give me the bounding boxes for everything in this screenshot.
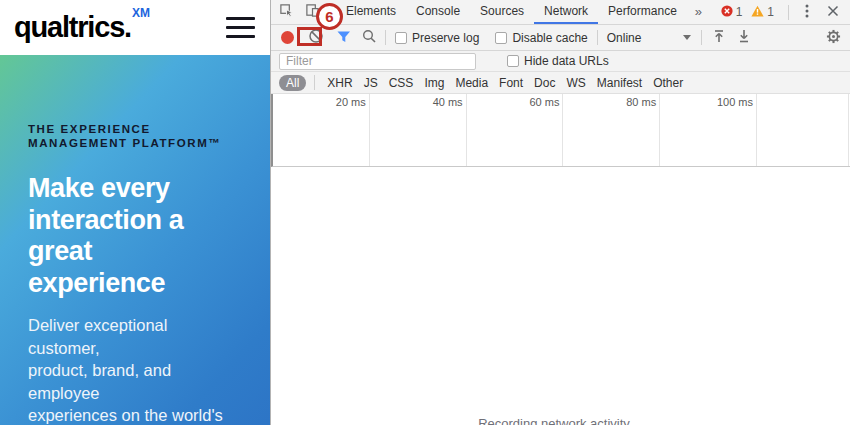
timeline-tick: 40 ms: [370, 94, 467, 166]
divider: [385, 30, 386, 45]
funnel-icon: [337, 30, 351, 46]
preserve-log-label: Preserve log: [412, 31, 479, 45]
hero-heading: Make every interaction a great experienc…: [28, 173, 242, 300]
device-toolbar-button[interactable]: [299, 0, 325, 24]
preserve-log-checkbox[interactable]: Preserve log: [395, 31, 479, 45]
clear-network-log-button[interactable]: [308, 28, 324, 47]
paragraph-line: experiences on the world's #1 XM: [28, 404, 242, 425]
heading-line: Make every: [28, 173, 242, 205]
type-filter-ws[interactable]: WS: [566, 76, 585, 90]
block-clear-icon: [308, 28, 324, 47]
error-count: 1: [736, 5, 743, 19]
error-icon: [721, 5, 733, 20]
upload-arrow-icon: [712, 29, 726, 46]
error-count-badge[interactable]: 1: [721, 5, 743, 20]
paragraph-line: product, brand, and employee: [28, 359, 242, 404]
resource-type-filter-row: All XHR JS CSS Img Media Font Doc WS Man…: [271, 72, 850, 94]
inspect-cursor-icon: [279, 3, 294, 21]
screenshot-root: qualtrics.XM THE EXPERIENCE MANAGEMENT P…: [0, 0, 850, 425]
tab-elements[interactable]: Elements: [336, 0, 406, 24]
export-har-button[interactable]: [737, 29, 751, 46]
type-filter-other[interactable]: Other: [653, 76, 683, 90]
inspect-element-button[interactable]: [273, 0, 299, 24]
throttling-dropdown[interactable]: Online: [607, 31, 692, 45]
hero-paragraph: Deliver exceptional customer, product, b…: [28, 314, 242, 425]
heading-line: interaction a great: [28, 205, 242, 269]
devtools-tabbar: Elements Console Sources Network Perform…: [271, 0, 850, 25]
search-icon: [362, 29, 376, 46]
type-filter-img[interactable]: Img: [424, 76, 444, 90]
qualtrics-site-panel: qualtrics.XM THE EXPERIENCE MANAGEMENT P…: [0, 0, 270, 425]
gear-icon: [826, 29, 841, 47]
timeline-tick-blank: [757, 94, 849, 166]
devtools-menu-button[interactable]: [794, 0, 820, 24]
hide-data-urls-checkbox[interactable]: Hide data URLs: [507, 54, 609, 68]
device-toolbar-icon: [305, 3, 320, 21]
hide-data-urls-label: Hide data URLs: [524, 54, 609, 68]
eyebrow-line: THE EXPERIENCE: [28, 122, 242, 136]
record-network-log-button[interactable]: [281, 31, 294, 44]
download-arrow-icon: [737, 29, 751, 46]
checkbox-box: [507, 55, 519, 67]
checkbox-box: [395, 32, 407, 44]
checkbox-box: [495, 32, 507, 44]
kebab-menu-icon: [805, 4, 809, 21]
hero-section: THE EXPERIENCE MANAGEMENT PLATFORM™ Make…: [0, 55, 270, 425]
type-filter-font[interactable]: Font: [499, 76, 523, 90]
paragraph-line: Deliver exceptional customer,: [28, 314, 242, 359]
close-icon: [827, 5, 839, 20]
more-tabs-button[interactable]: »: [687, 0, 710, 24]
type-filter-css[interactable]: CSS: [389, 76, 414, 90]
filter-toggle-button[interactable]: [337, 30, 351, 46]
divider: [314, 75, 315, 90]
tab-network[interactable]: Network: [534, 0, 598, 24]
divider: [330, 5, 331, 20]
import-har-button[interactable]: [712, 29, 726, 46]
network-filter-row: Hide data URLs: [271, 51, 850, 72]
warning-count: 1: [767, 5, 774, 19]
hamburger-menu-icon[interactable]: [226, 17, 256, 38]
type-filter-doc[interactable]: Doc: [534, 76, 555, 90]
warning-count-badge[interactable]: 1: [751, 5, 774, 20]
eyebrow-heading: THE EXPERIENCE MANAGEMENT PLATFORM™: [28, 122, 242, 151]
timeline-tick: 20 ms: [273, 94, 370, 166]
disable-cache-checkbox[interactable]: Disable cache: [495, 31, 587, 45]
recording-status-message: Recording network activity…: [271, 416, 850, 425]
type-filter-manifest[interactable]: Manifest: [597, 76, 642, 90]
logo-xm-superscript: XM: [132, 6, 150, 20]
type-filter-media[interactable]: Media: [455, 76, 488, 90]
logo-text: qualtrics.: [14, 11, 131, 43]
type-filter-all[interactable]: All: [279, 75, 306, 91]
throttling-value: Online: [607, 31, 642, 45]
network-toolbar: Preserve log Disable cache Online: [271, 25, 850, 51]
disable-cache-label: Disable cache: [512, 31, 587, 45]
tab-console[interactable]: Console: [406, 0, 470, 24]
eyebrow-line: MANAGEMENT PLATFORM™: [28, 136, 242, 150]
type-filter-js[interactable]: JS: [364, 76, 378, 90]
devtools-panel: Elements Console Sources Network Perform…: [270, 0, 850, 425]
site-header: qualtrics.XM: [0, 0, 270, 55]
devtools-close-button[interactable]: [820, 0, 846, 24]
timeline-tick: 80 ms: [563, 94, 660, 166]
type-filter-xhr[interactable]: XHR: [327, 76, 352, 90]
timeline-tick: 100 ms: [660, 94, 757, 166]
heading-line: experience: [28, 268, 242, 300]
qualtrics-logo[interactable]: qualtrics.XM: [14, 13, 149, 42]
network-overview-timeline[interactable]: 20 ms 40 ms 60 ms 80 ms 100 ms: [271, 94, 850, 167]
chevron-down-icon: [683, 35, 691, 40]
filter-input[interactable]: [279, 53, 476, 70]
warning-icon: [751, 5, 764, 20]
divider: [788, 5, 789, 20]
tab-sources[interactable]: Sources: [470, 0, 534, 24]
search-button[interactable]: [362, 29, 376, 46]
tab-performance[interactable]: Performance: [598, 0, 687, 24]
network-settings-button[interactable]: [826, 29, 841, 47]
timeline-tick: 60 ms: [467, 94, 564, 166]
divider: [597, 30, 598, 45]
tabbar-right-controls: 1 1: [721, 0, 850, 24]
divider: [701, 30, 702, 45]
